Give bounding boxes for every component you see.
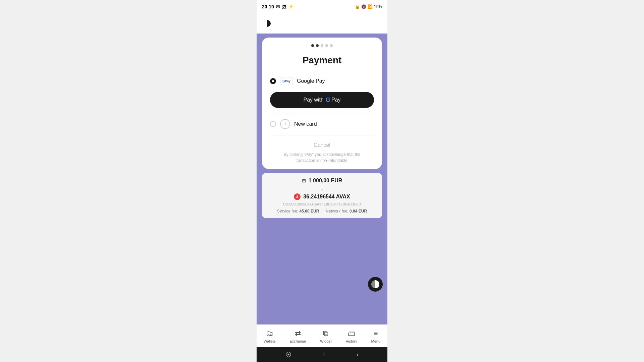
status-time: 20:19 bbox=[262, 4, 274, 9]
service-fee-label: Service fee: 45.00 EUR bbox=[277, 209, 319, 214]
eur-amount: 1 000,00 EUR bbox=[309, 178, 342, 184]
g-letter: G bbox=[282, 79, 285, 83]
exchange-icon: ⇄ bbox=[295, 329, 301, 338]
exchange-label: Exchange bbox=[289, 339, 306, 343]
fiat-icon: ⊟ bbox=[302, 178, 306, 183]
service-fee-label-text: Service fee: bbox=[277, 209, 298, 214]
new-card-radio[interactable] bbox=[270, 121, 276, 127]
android-nav-bar: ⦿ ○ ‹ bbox=[257, 347, 387, 362]
history-label: History bbox=[345, 339, 357, 343]
dot-5 bbox=[330, 44, 333, 47]
g-blue-letter: G bbox=[326, 97, 330, 104]
app-header bbox=[257, 13, 387, 34]
network-fee-label: Network fee: 0.04 EUR bbox=[326, 209, 367, 214]
dot-4 bbox=[325, 44, 328, 47]
signal-icon: ⚡ bbox=[288, 4, 293, 9]
nav-item-wallets[interactable]: 🗂 Wallets bbox=[260, 328, 280, 345]
service-fee-value: 45.00 EUR bbox=[300, 209, 319, 214]
conversion-arrow: ↓ bbox=[321, 185, 324, 192]
wallets-label: Wallets bbox=[264, 339, 276, 343]
widget-icon: ⧉ bbox=[323, 329, 328, 338]
status-bar: 20:19 ✉ 🖼 ⚡ 🔒 🔇 📶 19% bbox=[257, 0, 387, 13]
theme-light-half bbox=[375, 280, 379, 288]
main-content: Payment G Pay Google Pay Pay with G bbox=[257, 34, 387, 324]
phone-frame: 20:19 ✉ 🖼 ⚡ 🔒 🔇 📶 19% bbox=[257, 0, 387, 362]
payment-title: Payment bbox=[303, 55, 342, 66]
theme-toggle-icon bbox=[371, 280, 379, 288]
dot-3 bbox=[321, 44, 323, 47]
fee-row: Service fee: 45.00 EUR Network fee: 0.04… bbox=[277, 209, 367, 214]
avax-amount-row: A 36,24196544 AVAX bbox=[294, 193, 350, 200]
nav-item-exchange[interactable]: ⇄ Exchange bbox=[285, 328, 310, 345]
wallets-icon: 🗂 bbox=[266, 329, 273, 338]
google-pay-radio[interactable] bbox=[270, 78, 276, 84]
avax-amount: 36,24196544 AVAX bbox=[303, 194, 350, 200]
app-logo bbox=[263, 19, 271, 27]
android-back-btn[interactable]: ‹ bbox=[357, 351, 359, 358]
divider-2 bbox=[270, 135, 374, 135]
payment-options: G Pay Google Pay Pay with G Pay bbox=[270, 74, 374, 138]
cancel-button[interactable]: Cancel bbox=[314, 142, 330, 148]
lock-icon: 🔒 bbox=[355, 4, 360, 9]
battery-percent: 19% bbox=[374, 4, 382, 9]
menu-label: Menu bbox=[371, 339, 381, 343]
dot-1 bbox=[311, 44, 314, 47]
widget-label: Widget bbox=[320, 339, 331, 343]
wifi-icon: 📶 bbox=[368, 4, 373, 9]
bottom-nav: 🗂 Wallets ⇄ Exchange ⧉ Widget 🗃 History … bbox=[257, 324, 387, 347]
history-icon: 🗃 bbox=[348, 329, 355, 338]
gpay-logo: G Pay bbox=[326, 97, 341, 104]
dot-2 bbox=[316, 44, 319, 47]
google-pay-option[interactable]: G Pay Google Pay bbox=[270, 74, 374, 88]
android-home-btn[interactable]: ○ bbox=[322, 351, 326, 358]
image-icon: 🖼 bbox=[282, 4, 286, 9]
pay-with-text: Pay with bbox=[303, 97, 323, 103]
theme-dark-half bbox=[371, 280, 375, 288]
wallet-address: 0x5509Cda9A3b07aAabE8De9Ofe7B6aD3D70 bbox=[283, 202, 361, 206]
avax-icon: A bbox=[294, 193, 301, 200]
gpay-badge: G Pay bbox=[280, 77, 293, 85]
network-fee-label-text: Network fee: bbox=[326, 209, 348, 214]
divider-1 bbox=[270, 113, 374, 113]
network-fee-value: 0.04 EUR bbox=[350, 209, 367, 214]
new-card-label: New card bbox=[294, 121, 317, 127]
pay-white-text: Pay bbox=[331, 97, 341, 103]
new-card-option[interactable]: + New card bbox=[270, 116, 374, 132]
google-pay-label: Google Pay bbox=[297, 78, 325, 84]
android-recent-btn[interactable]: ⦿ bbox=[285, 351, 291, 358]
pay-text-small: Pay bbox=[285, 79, 290, 83]
summary-section: ⊟ 1 000,00 EUR ↓ A 36,24196544 AVAX 0x55… bbox=[262, 173, 382, 218]
payment-card: Payment G Pay Google Pay Pay with G bbox=[262, 38, 382, 169]
plus-icon: + bbox=[280, 119, 290, 129]
nav-item-widget[interactable]: ⧉ Widget bbox=[316, 328, 335, 345]
theme-toggle-button[interactable] bbox=[368, 277, 383, 292]
gpay-pay-button[interactable]: Pay with G Pay bbox=[270, 92, 374, 108]
nav-item-menu[interactable]: ≡ Menu bbox=[367, 328, 385, 345]
mute-icon: 🔇 bbox=[361, 4, 366, 9]
email-icon: ✉ bbox=[276, 4, 280, 9]
disclaimer-text: By clicking "Pay" you acknowledge that t… bbox=[270, 152, 374, 164]
eur-amount-row: ⊟ 1 000,00 EUR bbox=[302, 178, 342, 184]
nav-item-history[interactable]: 🗃 History bbox=[341, 328, 361, 345]
dots-indicator bbox=[311, 44, 333, 47]
menu-icon: ≡ bbox=[374, 329, 378, 338]
